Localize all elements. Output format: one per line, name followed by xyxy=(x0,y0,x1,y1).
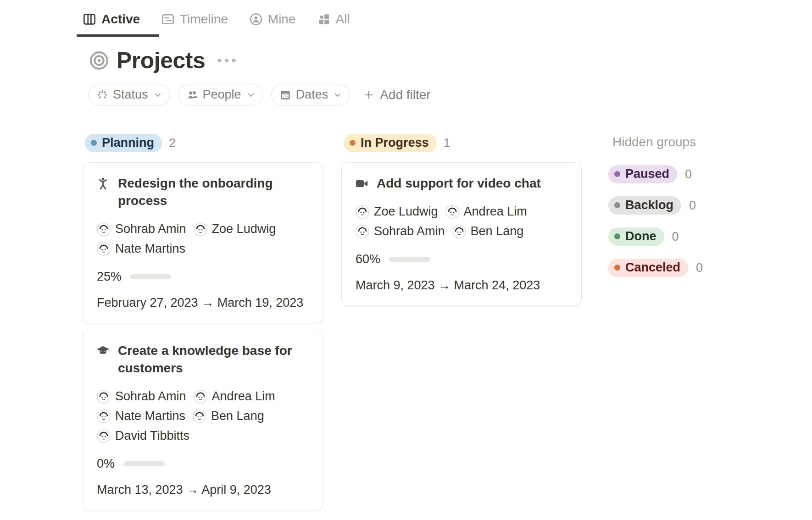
card-title-row: Add support for video chat xyxy=(355,175,568,192)
person-name: Zoe Ludwig xyxy=(212,222,276,236)
person-chip[interactable]: Sohrab Amin xyxy=(97,389,186,404)
person-name: Sohrab Amin xyxy=(374,224,445,238)
card-dates: February 27, 2023 → March 19, 2023 xyxy=(97,296,310,310)
person-name: Andrea Lim xyxy=(464,205,527,219)
hidden-group-backlog[interactable]: Backlog 0 xyxy=(608,196,703,215)
hidden-group-done[interactable]: Done 0 xyxy=(608,227,703,246)
project-card-knowledge-base[interactable]: Create a knowledge base for customers So… xyxy=(83,330,323,510)
grid-view-icon xyxy=(317,12,331,26)
person-name: David Tibbitts xyxy=(115,429,189,443)
column-count: 2 xyxy=(169,136,176,150)
status-dot xyxy=(614,233,620,239)
status-burst-icon xyxy=(96,89,108,101)
column-count: 1 xyxy=(444,136,450,150)
tab-timeline[interactable]: Timeline xyxy=(161,12,228,27)
tab-all[interactable]: All xyxy=(317,12,350,27)
tab-label: Active xyxy=(101,12,140,27)
status-badge: In Progress xyxy=(344,134,437,152)
avatar xyxy=(445,205,459,219)
person-chip[interactable]: Zoe Ludwig xyxy=(356,205,438,219)
status-label: Done xyxy=(625,229,656,243)
person-chip[interactable]: Andrea Lim xyxy=(445,205,527,219)
avatar xyxy=(194,222,207,236)
status-badge: Canceled xyxy=(608,259,688,277)
group-count: 0 xyxy=(689,199,696,213)
person-name: Andrea Lim xyxy=(212,389,275,404)
hidden-group-paused[interactable]: Paused 0 xyxy=(608,165,703,183)
graduation-cap-icon xyxy=(96,344,110,358)
status-label: Canceled xyxy=(625,260,680,275)
person-chip[interactable]: Sohrab Amin xyxy=(97,222,186,236)
more-menu-button[interactable]: ••• xyxy=(217,53,239,68)
video-camera-icon xyxy=(355,177,369,191)
timeline-view-icon xyxy=(161,12,175,26)
progress-label: 0% xyxy=(97,457,115,471)
person-name: Ben Lang xyxy=(471,224,524,238)
tab-label: Mine xyxy=(268,12,296,27)
tab-mine[interactable]: Mine xyxy=(249,12,296,27)
progress-row: 60% xyxy=(356,252,568,266)
add-filter-button[interactable]: Add filter xyxy=(363,88,431,102)
card-title-row: Redesign the onboarding process xyxy=(96,175,310,210)
hidden-group-canceled[interactable]: Canceled 0 xyxy=(608,259,703,277)
person-name: Nate Martins xyxy=(115,242,185,256)
person-name: Nate Martins xyxy=(115,409,185,423)
tab-active[interactable]: Active xyxy=(83,12,140,27)
person-name: Sohrab Amin xyxy=(115,389,186,404)
hidden-groups-title: Hidden groups xyxy=(612,135,703,149)
page-title: Projects xyxy=(117,47,205,74)
column-header[interactable]: Planning 2 xyxy=(85,134,323,152)
progress-row: 25% xyxy=(97,270,310,284)
progress-label: 25% xyxy=(97,270,122,284)
person-chip[interactable]: Ben Lang xyxy=(452,224,524,238)
hidden-groups-section: Hidden groups Paused 0 Backlog 0 Done xyxy=(608,134,703,290)
person-chip[interactable]: David Tibbitts xyxy=(97,429,189,443)
card-title: Redesign the onboarding process xyxy=(118,175,310,210)
column-header[interactable]: In Progress 1 xyxy=(344,134,582,152)
status-dot xyxy=(91,140,97,146)
person-circle-icon xyxy=(249,12,263,26)
avatar xyxy=(97,242,111,256)
person-chip[interactable]: Nate Martins xyxy=(97,242,185,256)
card-dates: March 9, 2023 → March 24, 2023 xyxy=(356,278,568,293)
group-count: 0 xyxy=(672,230,679,244)
column-planning: Planning 2 Redesign the onboarding proce… xyxy=(83,134,323,517)
person-chip[interactable]: Zoe Ludwig xyxy=(194,222,276,236)
progress-row: 0% xyxy=(97,457,310,471)
filter-label: Dates xyxy=(296,88,328,102)
avatar xyxy=(452,225,466,238)
card-title: Create a knowledge base for customers xyxy=(118,342,310,377)
status-dot xyxy=(614,171,620,177)
filter-label: Status xyxy=(113,88,148,102)
filter-status[interactable]: Status xyxy=(88,84,170,105)
status-dot xyxy=(350,140,356,146)
people-list: Zoe Ludwig Andrea Lim Sohrab Amin Ben La… xyxy=(356,205,568,238)
group-count: 0 xyxy=(685,167,692,182)
status-dot xyxy=(614,265,620,271)
status-badge: Planning xyxy=(85,134,162,152)
project-card-redesign-onboarding[interactable]: Redesign the onboarding process Sohrab A… xyxy=(83,162,323,323)
status-label: Backlog xyxy=(625,198,673,212)
status-label: Paused xyxy=(625,167,669,181)
avatar xyxy=(97,390,111,404)
person-name: Sohrab Amin xyxy=(115,222,186,236)
people-icon xyxy=(186,89,198,101)
project-card-video-chat[interactable]: Add support for video chat Zoe Ludwig An… xyxy=(341,162,582,306)
person-chip[interactable]: Sohrab Amin xyxy=(356,224,445,238)
chevron-down-icon xyxy=(154,91,162,99)
status-badge: Paused xyxy=(608,165,677,183)
person-chip[interactable]: Ben Lang xyxy=(193,409,264,423)
person-name: Zoe Ludwig xyxy=(374,205,438,219)
person-chip[interactable]: Andrea Lim xyxy=(194,389,275,404)
group-count: 0 xyxy=(696,261,703,275)
card-title-row: Create a knowledge base for customers xyxy=(96,342,310,377)
person-chip[interactable]: Nate Martins xyxy=(97,409,185,423)
avatar xyxy=(193,409,206,423)
avatar xyxy=(97,409,111,423)
avatar xyxy=(356,205,369,219)
filter-people[interactable]: People xyxy=(178,84,263,105)
progress-label: 60% xyxy=(356,252,380,266)
filter-dates[interactable]: Dates xyxy=(271,84,350,105)
progress-bar xyxy=(130,274,172,279)
status-label: Planning xyxy=(102,136,154,150)
